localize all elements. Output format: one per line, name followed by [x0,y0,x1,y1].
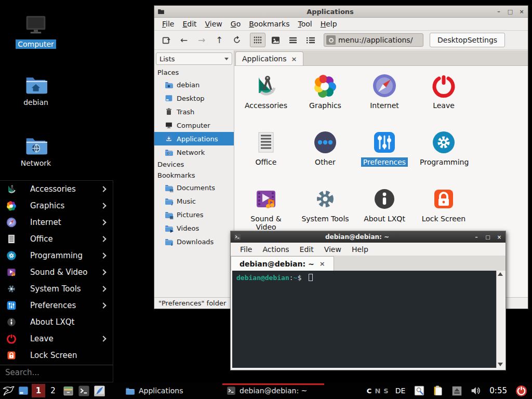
category-other[interactable]: Other [296,126,355,183]
sidebar-item-network[interactable]: Network [154,145,234,159]
new-tab-icon[interactable] [158,33,174,47]
terminal-viewport[interactable]: debian@debian:~$ [232,271,504,368]
scroll-indicator: S [383,387,389,395]
terminal-titlebar[interactable]: debian@debian: ~ – □ × [231,231,506,243]
lists-dropdown-value: Lists [159,55,175,63]
reload-icon[interactable] [229,33,245,47]
lists-dropdown[interactable]: Lists [156,52,232,65]
maximize-button[interactable]: □ [485,234,491,240]
app-menu-item-sound-video[interactable]: Sound & Video [0,264,113,281]
app-menu-item-leave[interactable]: Leave [0,330,113,347]
app-menu-item-graphics[interactable]: Graphics [0,197,113,214]
task-terminal[interactable]: debian@debian: ~ [222,383,324,398]
category-leave[interactable]: Leave [414,70,473,126]
compact-view-icon[interactable] [285,33,301,47]
workspace-2-button[interactable]: 2 [46,384,60,397]
menu-go[interactable]: Go [227,19,244,29]
sidebar-item-pictures[interactable]: ▦ Pictures [154,208,234,221]
menu-edit[interactable]: Edit [296,244,318,255]
desktop-icon-computer[interactable]: Computer [12,11,59,49]
sidebar-item-downloads[interactable]: ↓ Downloads [154,235,234,248]
tab-close-icon[interactable]: × [291,55,297,63]
app-menu-item-internet[interactable]: Internet [0,214,113,231]
sidebar-item-music[interactable]: ♪ Music [154,194,234,208]
menu-help[interactable]: Help [317,19,341,29]
menu-actions[interactable]: Actions [258,244,293,255]
task-applications[interactable]: Applications [121,383,222,398]
quicklaunch-featherpad-button[interactable] [91,383,107,398]
sidebar-item-documents[interactable]: ▤ Documents [154,181,234,194]
thumbnail-view-icon[interactable] [268,33,283,47]
tab-applications[interactable]: Applications × [235,51,303,65]
sound-video-icon [254,187,278,211]
chevron-down-icon [224,58,229,60]
minimize-button[interactable]: – [473,234,480,240]
clock[interactable]: 0:55 [489,386,507,395]
app-menu-item-about-lxqt[interactable]: About LXQt [0,314,113,330]
menu-view[interactable]: View [320,244,345,255]
quicklaunch-file-manager-button[interactable] [60,383,76,398]
sidebar-item-trash[interactable]: Trash [154,105,234,118]
fm-titlebar[interactable]: Applications – □ × [154,6,528,18]
app-menu-item-accessories[interactable]: Accessories [0,181,113,197]
sidebar-item-applications[interactable]: Applications [154,132,234,145]
power-button[interactable] [513,383,529,398]
terminal-scrollbar[interactable] [496,271,504,368]
detailed-list-view-icon[interactable] [303,33,318,47]
about-lxqt-icon [6,317,17,327]
minimize-button[interactable]: – [496,8,502,15]
tab-close-icon[interactable]: × [320,260,325,268]
clipboard-tray-icon[interactable] [430,383,446,398]
up-icon[interactable]: ↑ [211,33,227,47]
forward-icon[interactable]: → [194,33,209,47]
quicklaunch-terminal-button[interactable] [76,383,91,398]
volume-tray-icon[interactable] [468,383,483,398]
show-desktop-button[interactable] [16,383,31,398]
sidebar-item-videos[interactable]: ▶ Videos [154,221,234,235]
menu-edit[interactable]: Edit [179,19,200,29]
category-accessories[interactable]: Accessories [236,70,296,126]
category-label: Leave [431,101,457,110]
menu-view[interactable]: View [202,19,226,29]
path-bar[interactable]: menu://applications/ [324,33,423,47]
sidebar-item-computer[interactable]: Computer [154,118,234,132]
sidebar-item-desktop[interactable]: Desktop [154,91,234,105]
category-office[interactable]: Office [236,126,296,183]
app-menu-item-system-tools[interactable]: System Tools [0,281,113,297]
screenshot-tray-icon[interactable] [411,383,427,398]
back-icon[interactable]: ← [176,33,192,47]
menu-item-label: Office [30,234,101,244]
keyboard-layout[interactable]: DE [395,387,406,395]
menu-file[interactable]: File [158,19,178,29]
office-icon [6,234,17,244]
menu-tool[interactable]: Tool [294,19,315,29]
close-button[interactable]: × [496,234,502,240]
maximize-button[interactable]: □ [507,8,513,15]
scroll-down-icon[interactable] [498,363,503,366]
search-input[interactable]: Search... [0,365,113,380]
app-menu-item-programming[interactable]: Programming [0,247,113,264]
category-programming[interactable]: Programming [414,126,473,183]
folder-network-icon [22,134,49,156]
desktop-icon-network[interactable]: Network [12,134,59,168]
icon-view-icon[interactable] [250,33,265,47]
menu-file[interactable]: File [236,244,256,255]
menu-help[interactable]: Help [348,244,373,255]
removable-media-tray-icon[interactable] [449,383,464,398]
scroll-up-icon[interactable] [498,272,503,276]
main-menu-button[interactable] [0,383,16,398]
workspace-1-button[interactable]: 1 [32,384,45,397]
sidebar-item-debian[interactable]: debian [154,78,234,91]
category-graphics[interactable]: Graphics [296,70,355,126]
desktop-icon-debian[interactable]: debian [12,73,59,107]
menu-bookmarks[interactable]: Bookmarks [245,19,293,29]
app-menu-item-office[interactable]: Office [0,231,113,247]
category-internet[interactable]: Internet [355,70,414,126]
close-button[interactable]: × [518,8,525,15]
desktop-settings-button[interactable]: DesktopSettings [430,33,505,47]
app-menu-item-preferences[interactable]: Preferences [0,297,113,314]
category-preferences[interactable]: Preferences [355,126,414,183]
app-menu-item-lock-screen[interactable]: Lock Screen [0,347,113,364]
folder-pictures-icon: ▦ [165,210,173,219]
terminal-tab[interactable]: debian@debian: ~ × [231,256,334,271]
